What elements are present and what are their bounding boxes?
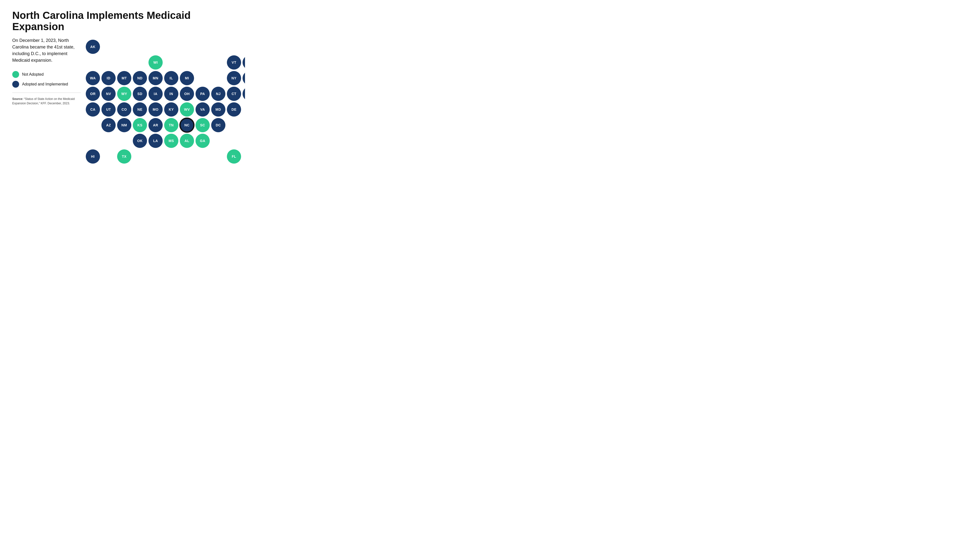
state-MT: MT <box>117 71 131 85</box>
state-WY: WY <box>117 87 131 101</box>
row-2: WA ID MT ND MN IL MI NY MA <box>86 71 245 85</box>
state-DE: DE <box>227 102 241 117</box>
not-adopted-label: Not Adopted <box>22 72 44 77</box>
not-adopted-dot <box>12 71 19 78</box>
state-RI: RI <box>243 87 245 101</box>
state-ID: ID <box>102 71 116 85</box>
state-OH: OH <box>180 87 194 101</box>
state-NV: NV <box>102 87 116 101</box>
state-AL: AL <box>180 134 194 148</box>
state-KS: KS <box>133 118 147 132</box>
legend: Not Adopted Adopted and Implemented <box>12 71 81 88</box>
row-3: OR NV WY SD IA IN OH PA NJ CT RI <box>86 87 245 101</box>
state-MD: MD <box>211 102 225 117</box>
description-text: On December 1, 2023, North Carolina beca… <box>12 37 81 64</box>
state-NC: NC <box>180 118 194 132</box>
left-panel: On December 1, 2023, North Carolina beca… <box>12 37 81 106</box>
legend-divider <box>12 92 81 93</box>
state-NE: NE <box>133 102 147 117</box>
row-4: CA UT CO NE MO KY WV VA MD DE <box>86 102 245 117</box>
state-PA: PA <box>196 87 210 101</box>
state-IL: IL <box>164 71 178 85</box>
state-KY: KY <box>164 102 178 117</box>
row-1: WI VT NH <box>86 56 245 70</box>
state-NM: NM <box>117 118 131 132</box>
map-area: AK ME WI <box>86 37 245 164</box>
state-OK: OK <box>133 134 147 148</box>
row-6: OK LA MS AL GA <box>86 134 245 148</box>
state-VA: VA <box>196 102 210 117</box>
state-NH: NH <box>243 56 245 70</box>
state-FL: FL <box>227 149 241 164</box>
state-MA: MA <box>243 71 245 85</box>
state-MO: MO <box>148 102 163 117</box>
state-OR: OR <box>86 87 100 101</box>
state-WV: WV <box>180 102 194 117</box>
state-IN: IN <box>164 87 178 101</box>
state-WI: WI <box>148 56 163 70</box>
state-ND: ND <box>133 71 147 85</box>
state-CO: CO <box>117 102 131 117</box>
state-CT: CT <box>227 87 241 101</box>
state-LA: LA <box>148 134 163 148</box>
source-text: Source: “Status of State Action on the M… <box>12 97 81 106</box>
state-grid: AK ME WI <box>86 40 245 164</box>
state-UT: UT <box>102 102 116 117</box>
row-0: AK ME <box>86 40 245 54</box>
row-7: HI TX FL <box>86 149 245 164</box>
state-NY: NY <box>227 71 241 85</box>
row-5: AZ NM KS AR TN NC SC DC <box>86 118 245 132</box>
state-HI: HI <box>86 149 100 164</box>
state-MS: MS <box>164 134 178 148</box>
legend-adopted: Adopted and Implemented <box>12 81 81 88</box>
state-AK: AK <box>86 40 100 54</box>
state-NJ: NJ <box>211 87 225 101</box>
state-GA: GA <box>196 134 210 148</box>
adopted-label: Adopted and Implemented <box>22 82 68 86</box>
state-SD: SD <box>133 87 147 101</box>
state-AZ: AZ <box>102 118 116 132</box>
state-MN: MN <box>148 71 163 85</box>
source-label: Source: <box>12 97 23 101</box>
state-SC: SC <box>196 118 210 132</box>
state-TN: TN <box>164 118 178 132</box>
state-WA: WA <box>86 71 100 85</box>
state-CA: CA <box>86 102 100 117</box>
state-VT: VT <box>227 56 241 70</box>
adopted-dot <box>12 81 19 88</box>
state-DC: DC <box>211 118 225 132</box>
page-title: North Carolina Implements Medicaid Expan… <box>12 10 233 32</box>
state-TX: TX <box>117 149 131 164</box>
state-AR: AR <box>148 118 163 132</box>
legend-not-adopted: Not Adopted <box>12 71 81 78</box>
state-MI: MI <box>180 71 194 85</box>
state-IA: IA <box>148 87 163 101</box>
